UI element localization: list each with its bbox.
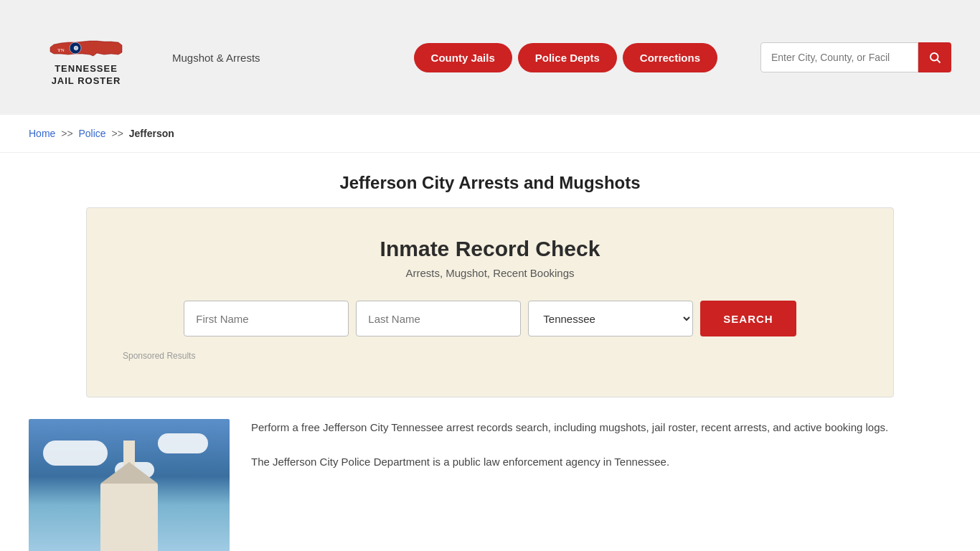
content-section: Perform a free Jefferson City Tennessee … xyxy=(29,419,951,551)
breadcrumb-police-link[interactable]: Police xyxy=(79,128,106,139)
header-search-button[interactable] xyxy=(918,42,951,72)
site-logo: ⊛ TN TENNESSEE JAIL ROSTER xyxy=(29,27,143,88)
header-search-area xyxy=(760,42,951,72)
search-icon xyxy=(928,51,941,64)
inmate-record-check-box: Inmate Record Check Arrests, Mugshot, Re… xyxy=(86,207,894,397)
breadcrumb-home-link[interactable]: Home xyxy=(29,128,55,139)
nav-buttons-group: County Jails Police Depts Corrections xyxy=(414,43,717,72)
mugshot-arrests-link[interactable]: Mugshot & Arrests xyxy=(172,52,260,64)
cloud-2 xyxy=(158,433,208,453)
svg-point-4 xyxy=(930,53,938,61)
svg-text:⊛: ⊛ xyxy=(73,44,79,52)
logo-icon: ⊛ TN xyxy=(47,27,126,63)
breadcrumb-current: Jefferson xyxy=(129,128,174,139)
svg-text:TN: TN xyxy=(57,47,65,53)
content-paragraph-2: The Jefferson City Police Department is … xyxy=(251,453,951,471)
cloud-1 xyxy=(43,441,108,466)
sponsored-label: Sponsored Results xyxy=(123,351,857,361)
breadcrumb-sep1: >> xyxy=(61,128,72,139)
inmate-check-subtitle: Arrests, Mugshot, Recent Bookings xyxy=(123,267,857,279)
corrections-button[interactable]: Corrections xyxy=(623,43,717,72)
police-depts-button[interactable]: Police Depts xyxy=(518,43,617,72)
inmate-check-title: Inmate Record Check xyxy=(123,237,857,261)
inmate-search-form: AlabamaAlaskaArizonaArkansasCaliforniaCo… xyxy=(123,301,857,336)
inmate-search-button[interactable]: SEARCH xyxy=(700,301,796,336)
building-body xyxy=(100,484,158,551)
content-paragraph-1: Perform a free Jefferson City Tennessee … xyxy=(251,419,951,436)
city-image xyxy=(29,419,230,551)
breadcrumb-sep2: >> xyxy=(112,128,123,139)
breadcrumb: Home >> Police >> Jefferson xyxy=(0,115,980,153)
last-name-input[interactable] xyxy=(356,301,521,336)
svg-line-5 xyxy=(937,60,940,62)
content-text-area: Perform a free Jefferson City Tennessee … xyxy=(251,419,951,471)
state-select[interactable]: AlabamaAlaskaArizonaArkansasCaliforniaCo… xyxy=(528,301,693,336)
logo-text: TENNESSEE JAIL ROSTER xyxy=(52,63,121,88)
first-name-input[interactable] xyxy=(184,301,349,336)
site-header: ⊛ TN TENNESSEE JAIL ROSTER Mugshot & Arr… xyxy=(0,0,980,115)
header-search-input[interactable] xyxy=(760,42,918,72)
county-jails-button[interactable]: County Jails xyxy=(414,43,512,72)
page-title: Jefferson City Arrests and Mugshots xyxy=(29,173,951,193)
